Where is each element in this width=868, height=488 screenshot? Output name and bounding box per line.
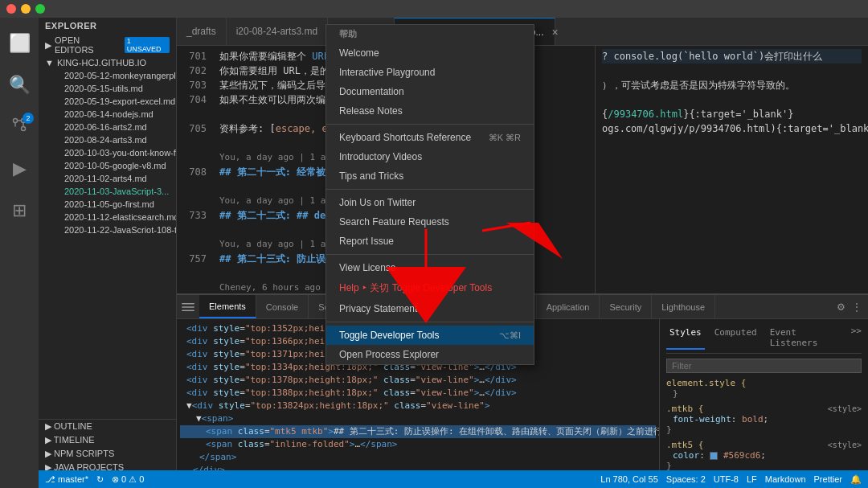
menu-item-report-issue[interactable]: Report Issue <box>326 232 534 251</box>
help-menu: 帮助 Welcome Interactive Playground Docume… <box>326 24 534 365</box>
menu-item-welcome[interactable]: Welcome <box>326 43 534 63</box>
encoding[interactable]: UTF-8 <box>714 474 739 484</box>
spaces[interactable]: Spaces: 2 <box>666 474 706 484</box>
menu-title: 帮助 <box>326 25 534 43</box>
menu-item-view-license[interactable]: View License <box>326 258 534 277</box>
menu-overlay: 帮助 Welcome Interactive Playground Docume… <box>0 18 868 488</box>
menu-item-twitter[interactable]: Join Us on Twitter <box>326 193 534 212</box>
close-button[interactable] <box>6 4 16 14</box>
menu-item-toggle-devtools[interactable]: Toggle Developer Tools ⌥⌘I <box>326 326 534 345</box>
menu-item-process-explorer[interactable]: Open Process Explorer <box>326 345 534 364</box>
menu-separator <box>326 124 534 125</box>
prettier-label[interactable]: Prettier <box>814 474 842 484</box>
main-layout: ⬜ 🔍 2 ▶ ⊞ EXPLORER ▶ <box>0 18 868 488</box>
menu-item-documentation[interactable]: Documentation <box>326 82 534 101</box>
menu-separator3 <box>326 254 534 255</box>
menu-item-tips[interactable]: Tips and Tricks <box>326 166 534 186</box>
menu-item-privacy[interactable]: Privacy Statement <box>326 299 534 318</box>
line-ending[interactable]: LF <box>747 474 757 484</box>
traffic-lights <box>6 4 45 14</box>
app-root: ⬜ 🔍 2 ▶ ⊞ EXPLORER ▶ <box>0 0 868 488</box>
language-mode[interactable]: Markdown <box>765 474 806 484</box>
menu-item-videos[interactable]: Introductory Videos <box>326 147 534 166</box>
maximize-button[interactable] <box>35 4 45 14</box>
title-bar <box>0 0 868 18</box>
menu-separator2 <box>326 189 534 190</box>
error-count[interactable]: ⊗ 0 ⚠ 0 <box>112 474 144 485</box>
menu-separator4 <box>326 322 534 322</box>
git-branch[interactable]: ⎇ master* <box>45 474 88 485</box>
menu-item-help-red[interactable]: Help ‣ 关切 Toggle Developer Tools <box>326 277 534 299</box>
menu-item-search-features[interactable]: Search Feature Requests <box>326 212 534 232</box>
menu-item-release-notes[interactable]: Release Notes <box>326 101 534 121</box>
status-bar: ⎇ master* ↻ ⊗ 0 ⚠ 0 Ln 780, Col 55 Space… <box>39 470 868 488</box>
sync-icon[interactable]: ↻ <box>96 474 104 485</box>
minimize-button[interactable] <box>21 4 31 14</box>
menu-item-playground[interactable]: Interactive Playground <box>326 63 534 82</box>
menu-item-keyboard-shortcuts[interactable]: Keyboard Shortcuts Reference ⌘K ⌘R <box>326 128 534 147</box>
notifications-icon[interactable]: 🔔 <box>850 474 862 485</box>
cursor-position[interactable]: Ln 780, Col 55 <box>600 474 658 484</box>
